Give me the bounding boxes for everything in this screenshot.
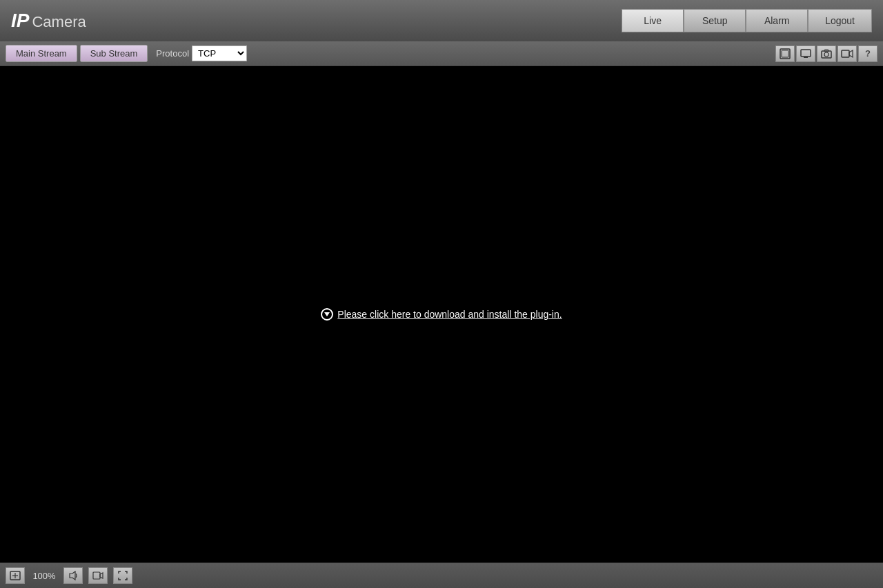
main-stream-button[interactable]: Main Stream	[6, 45, 77, 62]
plugin-download-link[interactable]: Please click here to download and instal…	[321, 308, 562, 321]
protocol-label: Protocol	[156, 48, 189, 59]
toolbar: Main Stream Sub Stream Protocol TCP UDP …	[0, 41, 883, 66]
video-area: Please click here to download and instal…	[0, 66, 883, 562]
nav-setup-button[interactable]: Setup	[684, 9, 746, 32]
zoom-level-text: 100%	[30, 571, 58, 581]
plugin-link-text: Please click here to download and instal…	[337, 309, 562, 320]
logo-ip-text: IP	[11, 10, 29, 32]
fullscreen-icon-button[interactable]	[775, 45, 795, 62]
sub-stream-button[interactable]: Sub Stream	[80, 45, 148, 62]
app-logo: IP Camera	[11, 10, 86, 32]
svg-rect-2	[801, 50, 811, 57]
download-arrow-icon	[324, 312, 330, 316]
svg-marker-14	[100, 573, 103, 578]
svg-rect-7	[842, 50, 849, 57]
toolbar-right-icons: ?	[775, 45, 877, 62]
record-button[interactable]	[837, 45, 857, 62]
nav-live-button[interactable]: Live	[622, 9, 684, 32]
svg-rect-1	[782, 50, 788, 57]
image-capture-button[interactable]	[817, 45, 836, 62]
header: IP Camera Live Setup Alarm Logout	[0, 0, 883, 41]
nav-buttons: Live Setup Alarm Logout	[622, 9, 872, 32]
download-circle-icon	[321, 308, 333, 321]
local-record-button[interactable]	[88, 567, 108, 584]
help-icon: ?	[865, 48, 871, 59]
nav-logout-button[interactable]: Logout	[808, 9, 872, 32]
protocol-select[interactable]: TCP UDP HTTP	[192, 45, 247, 61]
svg-rect-13	[93, 572, 100, 579]
nav-alarm-button[interactable]: Alarm	[746, 9, 808, 32]
svg-point-5	[824, 52, 829, 57]
audio-button[interactable]	[63, 567, 83, 584]
help-button[interactable]: ?	[858, 45, 877, 62]
logo-camera-text: Camera	[32, 13, 86, 31]
svg-marker-12	[70, 571, 75, 580]
statusbar: 100%	[0, 562, 883, 588]
svg-rect-3	[804, 57, 808, 58]
zoom-fit-button[interactable]	[6, 567, 25, 584]
display-icon-button[interactable]	[796, 45, 815, 62]
fullscreen-status-button[interactable]	[113, 567, 132, 584]
